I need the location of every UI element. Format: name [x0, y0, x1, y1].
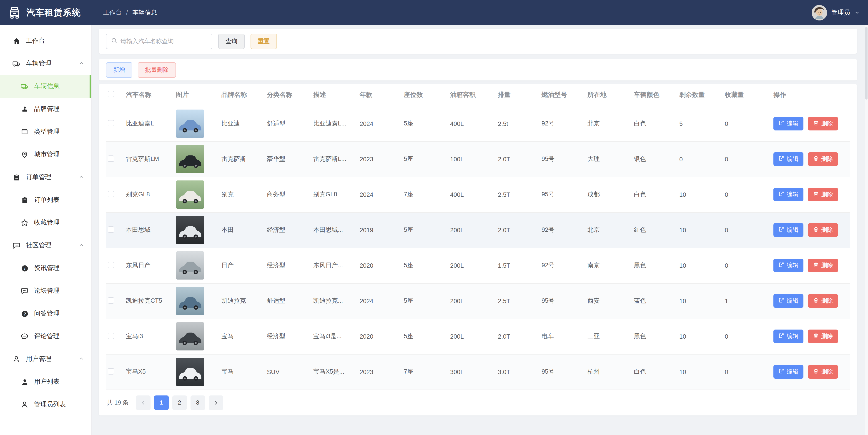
row-checkbox[interactable] — [108, 226, 114, 232]
window-scrollbar[interactable] — [865, 25, 868, 435]
sidebar-item-city-mgmt[interactable]: 城市管理 — [0, 143, 91, 166]
sidebar-item-news-mgmt[interactable]: i资讯管理 — [0, 257, 91, 280]
edit-button[interactable]: 编辑 — [773, 294, 803, 308]
sidebar-item-order-list[interactable]: 订单列表 — [0, 189, 91, 211]
cell-brand: 本田 — [220, 212, 265, 248]
sidebar-item-community-mgmt[interactable]: 社区管理 — [0, 234, 91, 257]
column-header: 车辆颜色 — [632, 84, 678, 106]
batch-delete-button[interactable]: 批量删除 — [138, 62, 176, 77]
row-checkbox[interactable] — [108, 333, 114, 339]
cell-category: 豪华型 — [265, 142, 311, 177]
row-checkbox[interactable] — [108, 155, 114, 162]
cell-city: 成都 — [586, 177, 632, 212]
sidebar-item-comment-mgmt[interactable]: 评论管理 — [0, 325, 91, 348]
cell-favorites: 0 — [723, 212, 772, 248]
delete-button[interactable]: 删除 — [808, 117, 838, 130]
edit-button[interactable]: 编辑 — [773, 330, 803, 343]
delete-button[interactable]: 删除 — [808, 188, 838, 201]
table-header-row: 汽车名称图片品牌名称分类名称描述年款座位数油箱容积排量燃油型号所在地车辆颜色剩余… — [106, 84, 850, 106]
select-all-checkbox-cell — [106, 84, 124, 106]
cell-fuel: 电车 — [540, 319, 586, 354]
cell-brand: 凯迪拉克 — [220, 283, 265, 319]
cell-category: 经济型 — [265, 248, 311, 283]
sidebar-item-brand-mgmt[interactable]: 品牌管理 — [0, 98, 91, 120]
delete-icon — [813, 120, 819, 127]
search-input[interactable] — [121, 38, 207, 44]
cell-tank: 400L — [448, 177, 496, 212]
cell-favorites: 0 — [723, 248, 772, 283]
cell-brand: 日产 — [220, 248, 265, 283]
page-button-1[interactable]: 1 — [154, 395, 168, 410]
cell-fuel: 95号 — [540, 354, 586, 390]
sidebar-item-label: 城市管理 — [34, 151, 60, 159]
delete-button[interactable]: 删除 — [808, 365, 838, 379]
avatar[interactable] — [812, 5, 827, 20]
cell-brand: 宝马 — [220, 354, 265, 390]
row-checkbox[interactable] — [108, 191, 114, 197]
row-checkbox[interactable] — [108, 297, 114, 303]
select-all-checkbox[interactable] — [108, 91, 114, 97]
edit-button[interactable]: 编辑 — [773, 259, 803, 272]
sidebar-item-order-mgmt[interactable]: 订单管理 — [0, 166, 91, 189]
user-menu[interactable]: 管理员 — [812, 5, 868, 20]
column-header: 分类名称 — [265, 84, 311, 106]
cell-remaining: 10 — [678, 177, 723, 212]
sidebar-item-forum-mgmt[interactable]: 论坛管理 — [0, 280, 91, 302]
cell-seats: 5座 — [402, 248, 448, 283]
edit-button[interactable]: 编辑 — [773, 188, 803, 201]
cell-tank: 100L — [448, 142, 496, 177]
sidebar-item-workbench[interactable]: 工作台 — [0, 30, 91, 52]
vehicle-table: 汽车名称图片品牌名称分类名称描述年款座位数油箱容积排量燃油型号所在地车辆颜色剩余… — [106, 84, 850, 390]
comment-icon — [21, 332, 29, 340]
sidebar-item-user-mgmt[interactable]: 用户管理 — [0, 348, 91, 370]
row-checkbox[interactable] — [108, 120, 114, 126]
edit-button[interactable]: 编辑 — [773, 152, 803, 166]
row-checkbox[interactable] — [108, 368, 114, 374]
breadcrumb-workbench[interactable]: 工作台 — [103, 8, 122, 17]
cell-city: 西安 — [586, 283, 632, 319]
sidebar-item-label: 工作台 — [26, 37, 45, 45]
sidebar-item-vehicle-mgmt[interactable]: 车辆管理 — [0, 52, 91, 75]
chevron-up-icon — [79, 355, 84, 363]
delete-button[interactable]: 删除 — [808, 330, 838, 343]
sidebar-item-qa-mgmt[interactable]: ?问答管理 — [0, 302, 91, 325]
chat-bubble-icon — [12, 241, 21, 250]
page-button-2[interactable]: 2 — [172, 395, 187, 410]
sidebar-item-favorite-mgmt[interactable]: 收藏管理 — [0, 211, 91, 234]
row-checkbox[interactable] — [108, 261, 114, 268]
column-header: 品牌名称 — [220, 84, 265, 106]
sidebar-item-type-mgmt[interactable]: 类型管理 — [0, 120, 91, 143]
delete-button[interactable]: 删除 — [808, 259, 838, 272]
delete-button[interactable]: 删除 — [808, 294, 838, 308]
cell-city: 北京 — [586, 106, 632, 142]
cell-category: 舒适型 — [265, 283, 311, 319]
cell-category: 经济型 — [265, 212, 311, 248]
page-button-3[interactable]: 3 — [190, 395, 205, 410]
reset-button[interactable]: 重置 — [251, 33, 277, 49]
cell-name: 比亚迪秦L — [124, 106, 174, 142]
sidebar-item-admin-list[interactable]: 管理员列表 — [0, 393, 91, 416]
sidebar-item-user-list[interactable]: 用户列表 — [0, 370, 91, 393]
cell-color: 白色 — [632, 106, 678, 142]
edit-button[interactable]: 编辑 — [773, 117, 803, 130]
pagination: 共 19 条 123 — [106, 390, 850, 415]
cell-favorites: 0 — [723, 177, 772, 212]
delete-button[interactable]: 删除 — [808, 223, 838, 237]
next-page-button[interactable] — [209, 395, 223, 410]
column-header: 描述 — [311, 84, 358, 106]
app-logo-truck-icon — [7, 6, 22, 19]
prev-page-button[interactable] — [136, 395, 150, 410]
user-name[interactable]: 管理员 — [831, 8, 850, 17]
sidebar-item-label: 车辆信息 — [34, 82, 60, 90]
cell-fuel: 92号 — [540, 248, 586, 283]
edit-button[interactable]: 编辑 — [773, 365, 803, 379]
sidebar-item-label: 评论管理 — [34, 332, 60, 340]
delete-icon — [813, 368, 819, 375]
delete-icon — [813, 191, 819, 198]
sidebar-item-vehicle-info[interactable]: 车辆信息 — [0, 75, 91, 98]
edit-button[interactable]: 编辑 — [773, 223, 803, 237]
delete-button[interactable]: 删除 — [808, 152, 838, 166]
query-button[interactable]: 查询 — [218, 33, 245, 49]
store-icon — [21, 128, 29, 136]
add-button[interactable]: 新增 — [106, 62, 132, 77]
